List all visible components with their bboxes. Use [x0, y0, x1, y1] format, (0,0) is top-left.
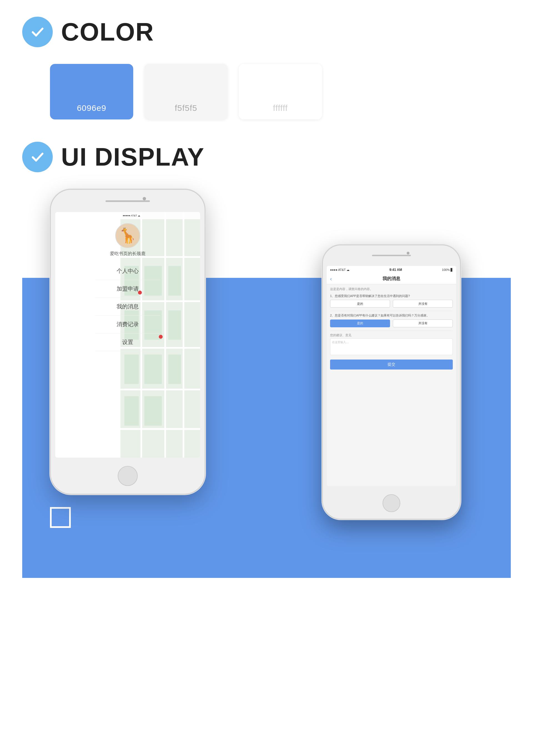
divider-1 — [330, 311, 453, 311]
swatch-light: f5f5f5 — [144, 64, 228, 120]
phone-right-wrapper: ●●●● AT&T ☁ 9:41 AM 100% ▊ ‹ 我的消息 — [322, 245, 461, 520]
intro-text: 这是是内容，调查问卷的内容。 — [330, 287, 453, 291]
question-2: 2、您是否有对我们APP有什么建议？如果有可以告诉我们吗？万分感谢。 是的 并没… — [330, 313, 453, 327]
color-swatches: 6096e9 f5f5f5 ffffff — [22, 64, 511, 120]
color-title: COLOR — [61, 18, 154, 46]
q1-btn-yes[interactable]: 是的 — [330, 300, 390, 308]
avatar-face: 🦒 — [118, 227, 137, 244]
suggestion-textarea[interactable]: 在这里输入.... — [330, 338, 453, 355]
right-navbar: ‹ 我的消息 — [327, 274, 456, 284]
phone-screen-right: ●●●● AT&T ☁ 9:41 AM 100% ▊ ‹ 我的消息 — [327, 266, 456, 486]
right-content: 这是是内容，调查问卷的内容。 1、您感受我们APP是否帮助解决了您在生活中遇到的… — [327, 284, 456, 486]
screen-right-content: ●●●● AT&T ☁ 9:41 AM 100% ▊ ‹ 我的消息 — [327, 266, 456, 486]
q1-buttons: 是的 并没有 — [330, 300, 453, 308]
q2-btn-no[interactable]: 并没有 — [393, 319, 453, 327]
phone-shell-right: ●●●● AT&T ☁ 9:41 AM 100% ▊ ‹ 我的消息 — [322, 245, 461, 520]
menu-item-personal[interactable]: 个人中心 — [95, 262, 161, 280]
navbar-title: 我的消息 — [383, 276, 400, 282]
swatch-light-label: f5f5f5 — [175, 103, 197, 113]
statusbar-right: 100% ▊ — [442, 268, 453, 272]
phone-camera-left — [143, 197, 146, 200]
q2-buttons: 是的 并没有 — [330, 319, 453, 327]
screen-left-content: ●●●●● AT&T ☁ 🦒 爱吃书页的长颈鹿 — [55, 212, 200, 458]
color-check-circle — [22, 17, 53, 47]
question2-text: 2、您是否有对我们APP有什么建议？如果有可以告诉我们吗？万分感谢。 — [330, 313, 453, 317]
phones-wrapper: ●●●●● AT&T ☁ 🦒 爱吃书页的长颈鹿 — [22, 189, 511, 495]
swatch-white-label: ffffff — [273, 103, 288, 113]
menu-items: 个人中心 加盟申请 我的消息 消费记录 设置 — [95, 262, 161, 351]
swatch-blue-label: 6096e9 — [77, 103, 106, 113]
menu-item-franchise[interactable]: 加盟申请 — [95, 280, 161, 298]
phone-left: ●●●●● AT&T ☁ 🦒 爱吃书页的长颈鹿 — [50, 189, 205, 495]
menu-avatar: 🦒 — [115, 223, 140, 248]
ui-display-title: UI DISPLAY — [61, 143, 205, 172]
ui-display-section: UI DISPLAY — [0, 131, 533, 578]
swatch-blue: 6096e9 — [50, 64, 133, 120]
menu-item-settings[interactable]: 设置 — [95, 334, 161, 351]
phone-home-button-left[interactable] — [118, 466, 138, 486]
phone-top-bar-right — [372, 255, 411, 256]
phone-shell-left: ●●●●● AT&T ☁ 🦒 爱吃书页的长颈鹿 — [50, 189, 205, 495]
phone-screen-left: ●●●●● AT&T ☁ 🦒 爱吃书页的长颈鹿 — [55, 212, 200, 458]
q1-btn-no[interactable]: 并没有 — [393, 300, 453, 308]
q2-btn-yes[interactable]: 是的 — [330, 319, 390, 327]
back-button[interactable]: ‹ — [330, 276, 332, 282]
swatch-white: ffffff — [239, 64, 322, 120]
submit-button[interactable]: 提交 — [330, 360, 453, 369]
question1-text: 1、您感受我们APP是否帮助解决了您在生活中遇到的问题? — [330, 294, 453, 298]
statusbar-time: 9:41 AM — [390, 268, 402, 272]
color-section: COLOR 6096e9 f5f5f5 ffffff — [0, 0, 533, 131]
menu-item-messages[interactable]: 我的消息 — [95, 298, 161, 316]
signal-dots: ●●●● AT&T ☁ — [330, 268, 349, 272]
phone-camera-right — [407, 252, 410, 255]
right-statusbar: ●●●● AT&T ☁ 9:41 AM 100% ▊ — [327, 266, 456, 274]
statusbar-left: ●●●● AT&T ☁ — [330, 268, 349, 272]
ui-display-header: UI DISPLAY — [22, 142, 511, 172]
ui-display-check-circle — [22, 142, 53, 172]
phone-home-button-right[interactable] — [383, 494, 400, 512]
color-header: COLOR — [22, 17, 511, 47]
phones-area: ●●●●● AT&T ☁ 🦒 爱吃书页的长颈鹿 — [22, 189, 511, 578]
question-1: 1、您感受我们APP是否帮助解决了您在生活中遇到的问题? 是的 并没有 — [330, 294, 453, 308]
menu-item-consumption[interactable]: 消费记录 — [95, 316, 161, 334]
menu-username: 爱吃书页的长颈鹿 — [110, 251, 145, 257]
divider-2 — [330, 331, 453, 331]
phone-top-bar-left — [106, 200, 150, 202]
textarea-placeholder: 在这里输入.... — [332, 340, 349, 344]
suggest-label: 您的建议、意见 — [330, 333, 453, 337]
white-square-icon — [50, 507, 71, 528]
